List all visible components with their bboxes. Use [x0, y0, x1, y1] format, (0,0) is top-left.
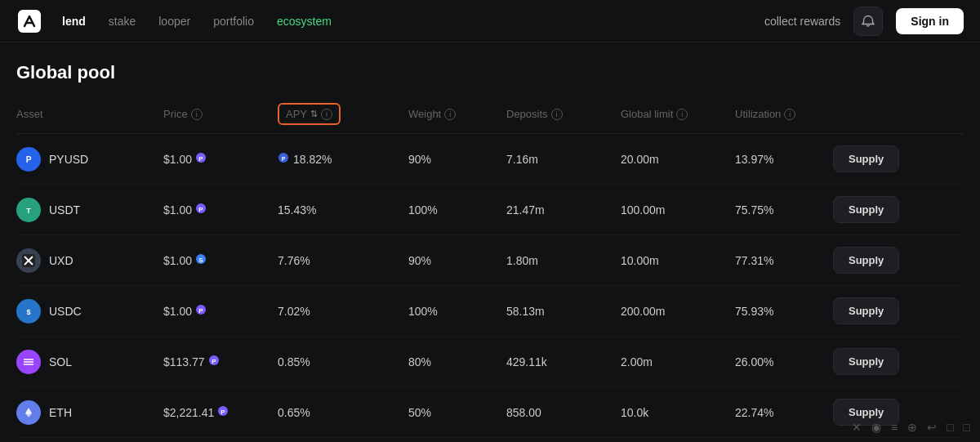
- asset-icon-eth: [16, 400, 41, 425]
- deposits-cell: 429.11k: [506, 355, 621, 368]
- bottom-icon-5[interactable]: ↩: [927, 421, 937, 434]
- asset-name: SOL: [49, 355, 72, 368]
- apy-badge-icon: P: [278, 152, 289, 166]
- apy-sort-icon[interactable]: ⇅: [310, 109, 318, 119]
- collect-rewards-link[interactable]: collect rewards: [764, 15, 840, 28]
- price-badge-icon: P: [217, 405, 229, 419]
- price-cell: $1.00 S: [163, 253, 278, 267]
- bottom-icon-6[interactable]: □: [947, 421, 953, 434]
- apy-value: 15.43%: [278, 203, 316, 217]
- bell-button[interactable]: [853, 7, 883, 36]
- table-body: P PYUSD $1.00 P P 18.82% 90% 7.16m 20.00…: [16, 134, 964, 442]
- asset-cell-uxd: UXD: [16, 248, 163, 273]
- bottom-icon-1[interactable]: ✕: [852, 421, 862, 434]
- main-content: Global pool Asset Price i APY ⇅ i Weight…: [0, 42, 980, 442]
- th-apy: APY ⇅ i: [278, 103, 408, 125]
- nav-link-stake[interactable]: stake: [109, 11, 136, 31]
- apy-cell: 0.85%: [278, 355, 408, 368]
- svg-text:P: P: [198, 155, 203, 163]
- svg-text:P: P: [198, 307, 203, 315]
- price-info-icon[interactable]: i: [191, 109, 203, 120]
- nav-link-lend[interactable]: lend: [62, 11, 86, 31]
- svg-text:P: P: [212, 358, 216, 365]
- deposits-cell: 58.13m: [506, 305, 621, 318]
- asset-name: USDC: [49, 305, 82, 318]
- global-limit-info-icon[interactable]: i: [676, 109, 688, 120]
- price-cell: $2,221.41 P: [163, 405, 278, 419]
- asset-icon-pyusd: P: [16, 147, 41, 172]
- weight-cell: 90%: [408, 254, 506, 267]
- price-badge-icon: P: [195, 203, 207, 217]
- svg-text:P: P: [198, 206, 203, 213]
- th-weight: Weight i: [408, 103, 506, 125]
- supply-cell: Supply: [833, 348, 947, 375]
- weight-cell: 50%: [408, 406, 506, 419]
- price-value: $1.00: [163, 153, 192, 166]
- supply-cell: Supply: [833, 247, 947, 274]
- th-utilization: Utilization i: [735, 103, 833, 125]
- asset-name: PYUSD: [49, 153, 88, 166]
- svg-text:$: $: [26, 308, 30, 316]
- th-global-limit: Global limit i: [621, 103, 735, 125]
- nav-link-ecosystem[interactable]: ecosystem: [277, 11, 332, 31]
- deposits-cell: 21.47m: [506, 203, 621, 217]
- price-value: $113.77: [163, 355, 205, 368]
- table-row: P PYUSD $1.00 P P 18.82% 90% 7.16m 20.00…: [16, 134, 964, 185]
- bottom-icon-3[interactable]: ≡: [891, 421, 898, 434]
- supply-button[interactable]: Supply: [833, 297, 899, 324]
- supply-button[interactable]: Supply: [833, 145, 899, 172]
- svg-rect-0: [18, 10, 41, 33]
- utilization-cell: 75.75%: [735, 203, 833, 217]
- price-badge-icon: P: [195, 152, 207, 166]
- bottom-icon-4[interactable]: ⊕: [907, 421, 917, 434]
- weight-info-icon[interactable]: i: [444, 109, 456, 120]
- weight-cell: 90%: [408, 153, 506, 166]
- deposits-info-icon[interactable]: i: [551, 109, 563, 120]
- supply-cell: Supply: [833, 145, 947, 172]
- nav-link-looper[interactable]: looper: [158, 11, 190, 31]
- supply-cell: Supply: [833, 196, 947, 223]
- utilization-cell: 77.31%: [735, 254, 833, 267]
- utilization-cell: 75.93%: [735, 305, 833, 318]
- apy-info-icon[interactable]: i: [321, 109, 332, 120]
- apy-cell: 0.65%: [278, 406, 408, 419]
- deposits-cell: 1.80m: [506, 254, 621, 267]
- asset-cell-eth: ETH: [16, 400, 163, 425]
- asset-icon-usdc: $: [16, 299, 41, 324]
- nav-link-portfolio[interactable]: portfolio: [213, 11, 254, 31]
- bottom-icon-2[interactable]: ◉: [871, 421, 881, 434]
- utilization-cell: 13.97%: [735, 153, 833, 166]
- th-action: [833, 103, 947, 125]
- price-cell: $1.00 P: [163, 152, 278, 166]
- logo[interactable]: [16, 8, 42, 34]
- deposits-cell: 7.16m: [506, 153, 621, 166]
- price-cell: $1.00 P: [163, 203, 278, 217]
- page-title: Global pool: [16, 62, 964, 83]
- asset-name: USDT: [49, 203, 80, 217]
- apy-cell: 7.02%: [278, 305, 408, 318]
- utilization-cell: 26.00%: [735, 355, 833, 368]
- apy-value: 0.85%: [278, 355, 310, 368]
- utilization-info-icon[interactable]: i: [784, 109, 795, 120]
- supply-button[interactable]: Supply: [833, 196, 899, 223]
- price-cell: $1.00 P: [163, 304, 278, 318]
- price-badge-icon: P: [195, 304, 207, 318]
- svg-text:P: P: [282, 156, 286, 162]
- asset-icon-uxd: [16, 248, 41, 273]
- price-badge-icon: P: [208, 355, 220, 368]
- supply-button[interactable]: Supply: [833, 247, 899, 274]
- asset-cell-pyusd: P PYUSD: [16, 147, 163, 172]
- bottom-icon-7[interactable]: □: [964, 421, 970, 434]
- supply-button[interactable]: Supply: [833, 348, 899, 375]
- asset-cell-sol: SOL: [16, 350, 163, 374]
- price-badge-icon: S: [195, 253, 207, 267]
- sign-in-button[interactable]: Sign in: [896, 8, 964, 34]
- global-limit-cell: 20.00m: [621, 153, 735, 166]
- nav-right: collect rewards Sign in: [764, 7, 964, 36]
- global-limit-cell: 10.0k: [621, 406, 735, 419]
- asset-icon-usdt: T: [16, 198, 41, 222]
- global-limit-cell: 200.00m: [621, 305, 735, 318]
- svg-text:P: P: [26, 155, 32, 164]
- asset-icon-sol: [16, 350, 41, 374]
- weight-cell: 80%: [408, 355, 506, 368]
